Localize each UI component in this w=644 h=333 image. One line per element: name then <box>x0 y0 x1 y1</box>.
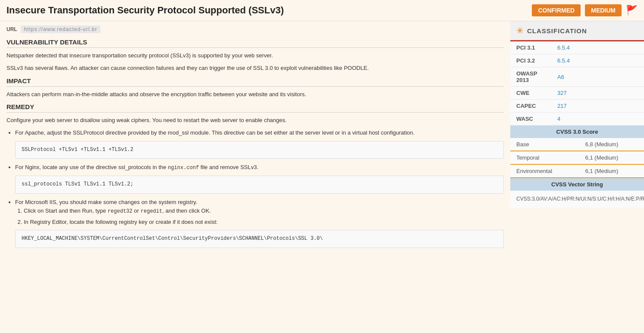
iis-code2: regedit <box>141 208 162 214</box>
flag-icon: 🚩 <box>626 5 638 16</box>
classification-label: CWE <box>510 87 551 100</box>
classification-link[interactable]: 6.5.4 <box>557 57 570 64</box>
classification-label: WASC <box>510 113 551 126</box>
classification-row: CAPEC217 <box>510 100 644 113</box>
cvss-vector-value: CVSS:3.0/AV:A/AC:H/PR:N/UI:N/S:U/C:H/I:H… <box>510 191 644 207</box>
star-icon: ✳ <box>516 25 524 36</box>
iis-step1-text1: Click on Start and then Run, type <box>24 207 107 214</box>
remedy-nginx-text2: file and remove SSLv3. <box>199 164 258 170</box>
classification-row: OWASP 2013A6 <box>510 67 644 87</box>
vulnerability-details-p2: SSLv3 has several flaws. An attacker can… <box>6 64 504 73</box>
vulnerability-details-p1: Netsparker detected that insecure transp… <box>6 51 504 60</box>
remedy-nginx-conf: nginx.conf <box>168 165 199 171</box>
code-block-iis: HKEY_LOCAL_MACHINE\SYSTEM\CurrentControl… <box>15 230 504 248</box>
confirmed-badge: CONFIRMED <box>532 4 581 16</box>
page-title: Insecure Transportation Security Protoco… <box>6 5 528 16</box>
classification-label: PCI 3.2 <box>510 54 551 67</box>
right-sidebar: ✳ CLASSIFICATION PCI 3.16.5.4PCI 3.26.5.… <box>510 21 644 333</box>
code-iis: HKEY_LOCAL_MACHINE\SYSTEM\CurrentControl… <box>22 236 323 242</box>
remedy-bullet-list: For Apache, adjust the SSLProtocol direc… <box>6 129 504 248</box>
classification-row: PCI 3.26.5.4 <box>510 54 644 67</box>
classification-value[interactable]: A6 <box>551 67 644 87</box>
cvss-value: 6,1 (Medium) <box>579 164 644 178</box>
cvss-value: 6,8 (Medium) <box>579 138 644 151</box>
remedy-intro: Configure your web server to disallow us… <box>6 116 504 125</box>
code-block-nginx: ssl_protocols TLSv1 TLSv1.1 TLSv1.2; <box>15 176 504 193</box>
classification-value[interactable]: 6.5.4 <box>551 54 644 67</box>
classification-link[interactable]: A6 <box>557 74 564 80</box>
iis-code1: regedt32 <box>107 208 132 214</box>
classification-row: WASC4 <box>510 113 644 126</box>
classification-link[interactable]: 4 <box>557 116 560 122</box>
cvss-score-header: CVSS 3.0 Score <box>510 126 644 138</box>
impact-paragraph: Attackers can perform man-in-the-middle … <box>6 90 504 99</box>
remedy-bullet-iis: For Microsoft IIS, you should make some … <box>15 198 504 248</box>
impact-title: IMPACT <box>6 77 504 87</box>
classification-row: PCI 3.16.5.4 <box>510 41 644 54</box>
remedy-iis-step2: In Registry Editor, locate the following… <box>24 218 504 227</box>
url-value: https://www.redacted-url.br <box>21 25 101 33</box>
cvss-label: Base <box>510 138 579 151</box>
classification-value[interactable]: 6.5.4 <box>551 41 644 54</box>
classification-value[interactable]: 217 <box>551 100 644 113</box>
classification-value[interactable]: 327 <box>551 87 644 100</box>
remedy-iis-text: For Microsoft IIS, you should make some … <box>15 199 197 205</box>
cvss-vector-header: CVSS Vector String <box>510 178 644 191</box>
page-wrapper: Insecure Transportation Security Protoco… <box>0 0 644 333</box>
vulnerability-details-title: VULNERABILITY DETAILS <box>6 38 504 48</box>
code-nginx: ssl_protocols TLSv1 TLSv1.1 TLSv1.2; <box>22 181 133 187</box>
remedy-bullet-apache: For Apache, adjust the SSLProtocol direc… <box>15 129 504 159</box>
classification-label: PCI 3.1 <box>510 41 551 54</box>
iis-step2-text: In Registry Editor, locate the following… <box>24 219 217 225</box>
header: Insecure Transportation Security Protoco… <box>0 0 644 21</box>
iis-step1-text2: or <box>132 207 141 214</box>
classification-label: OWASP 2013 <box>510 67 551 87</box>
cvss-label: Environmental <box>510 164 579 178</box>
classification-label: CAPEC <box>510 100 551 113</box>
classification-title: CLASSIFICATION <box>527 27 587 35</box>
classification-header: ✳ CLASSIFICATION <box>510 21 644 41</box>
cvss-row: Base6,8 (Medium) <box>510 138 644 151</box>
left-content: URL https://www.redacted-url.br VULNERAB… <box>0 21 510 333</box>
classification-link[interactable]: 217 <box>557 103 567 109</box>
cvss-row: Temporal6,1 (Medium) <box>510 151 644 164</box>
classification-table: PCI 3.16.5.4PCI 3.26.5.4OWASP 2013A6CWE3… <box>510 41 644 126</box>
classification-link[interactable]: 6.5.4 <box>557 44 570 51</box>
iis-step1-text3: , and then click OK. <box>162 207 211 214</box>
remedy-apache-text: For Apache, adjust the SSLProtocol direc… <box>15 129 415 136</box>
url-label: URL <box>6 26 17 32</box>
cvss-value: 6,1 (Medium) <box>579 151 644 164</box>
remedy-iis-steps: Click on Start and then Run, type regedt… <box>15 207 504 226</box>
classification-value[interactable]: 4 <box>551 113 644 126</box>
url-row: URL https://www.redacted-url.br <box>6 25 504 33</box>
remedy-bullet-nginx: For Nginx, locate any use of the directi… <box>15 163 504 193</box>
classification-link[interactable]: 327 <box>557 90 567 96</box>
cvss-table: Base6,8 (Medium)Temporal6,1 (Medium)Envi… <box>510 138 644 178</box>
remedy-nginx-text1: For Nginx, locate any use of the directi… <box>15 164 168 170</box>
remedy-iis-step1: Click on Start and then Run, type regedt… <box>24 207 504 216</box>
cvss-row: Environmental6,1 (Medium) <box>510 164 644 178</box>
medium-badge: MEDIUM <box>585 4 622 16</box>
cvss-label: Temporal <box>510 151 579 164</box>
classification-row: CWE327 <box>510 87 644 100</box>
code-block-apache: SSLProtocol +TLSv1 +TLSv1.1 +TLSv1.2 <box>15 141 504 159</box>
code-apache: SSLProtocol +TLSv1 +TLSv1.1 +TLSv1.2 <box>22 147 133 153</box>
remedy-title: REMEDY <box>6 103 504 113</box>
main-layout: URL https://www.redacted-url.br VULNERAB… <box>0 21 644 333</box>
